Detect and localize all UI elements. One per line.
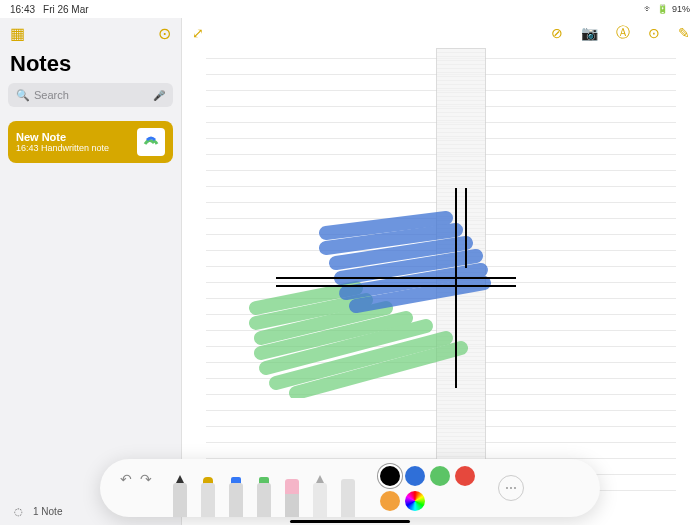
- pencil-tool[interactable]: [310, 469, 330, 517]
- fullscreen-icon[interactable]: ⤢: [192, 25, 204, 41]
- color-green[interactable]: [430, 466, 450, 486]
- compose-icon[interactable]: ✎: [678, 25, 690, 41]
- color-red[interactable]: [455, 466, 475, 486]
- search-icon: 🔍: [16, 89, 30, 102]
- mic-icon[interactable]: 🎤: [153, 90, 165, 101]
- lined-paper[interactable]: for(let i=0;i<28;i++)document.write('<di…: [206, 48, 676, 525]
- ruler-button[interactable]: [338, 469, 358, 517]
- status-bar: 16:43 Fri 26 Mar ᯤ 🔋 91%: [0, 0, 700, 18]
- more-options-icon[interactable]: ⊙: [158, 24, 171, 43]
- wifi-icon: ᯤ: [644, 4, 653, 14]
- battery-icon: 🔋: [657, 4, 668, 14]
- marker-tool[interactable]: [198, 469, 218, 517]
- svg-line-5: [276, 338, 446, 383]
- undo-button[interactable]: ↶: [120, 471, 132, 487]
- svg-line-1: [256, 300, 366, 323]
- checklist-icon[interactable]: ⊘: [551, 25, 563, 41]
- color-picker[interactable]: [405, 491, 425, 511]
- home-indicator[interactable]: [290, 520, 410, 523]
- note-list-item[interactable]: New Note 16:43 Handwritten note: [8, 121, 173, 163]
- svg-line-7: [326, 218, 446, 233]
- notes-sidebar: ▦ ⊙ Notes 🔍 Search 🎤 New Note 16:43 Hand…: [0, 18, 182, 525]
- ruler-tool[interactable]: [436, 48, 486, 478]
- color-swatches: [380, 459, 490, 517]
- canvas-toolbar: ⤢ ⊘ 📷 Ⓐ ⊙ ✎: [182, 18, 700, 48]
- view-toggle-icon[interactable]: ▦: [10, 24, 25, 43]
- eraser-tool[interactable]: [282, 469, 302, 517]
- highlighter-green-tool[interactable]: [254, 469, 274, 517]
- share-icon[interactable]: ⊙: [648, 25, 660, 41]
- highlighter-blue-tool[interactable]: [226, 469, 246, 517]
- status-date: Fri 26 Mar: [43, 4, 89, 15]
- color-black[interactable]: [380, 466, 400, 486]
- status-time: 16:43: [10, 4, 35, 15]
- pen-tool[interactable]: [170, 469, 190, 517]
- svg-line-2: [261, 308, 386, 338]
- note-canvas-area: ⤢ ⊘ 📷 Ⓐ ⊙ ✎ for(let i=0;i<28;i++)documen…: [182, 18, 700, 525]
- color-orange[interactable]: [380, 491, 400, 511]
- redo-button[interactable]: ↷: [140, 471, 152, 487]
- note-title: New Note: [16, 131, 137, 143]
- more-tools-button[interactable]: ⋯: [498, 475, 524, 501]
- note-subtitle: 16:43 Handwritten note: [16, 143, 137, 153]
- sidebar-title: Notes: [0, 49, 181, 83]
- camera-icon[interactable]: 📷: [581, 25, 598, 41]
- tool-palette[interactable]: ↶ ↷ ⋯: [100, 459, 600, 517]
- search-input[interactable]: 🔍 Search 🎤: [8, 83, 173, 107]
- svg-line-3: [261, 318, 406, 353]
- color-blue[interactable]: [405, 466, 425, 486]
- search-placeholder: Search: [34, 89, 153, 101]
- battery-percent: 91%: [672, 4, 690, 14]
- markup-icon[interactable]: Ⓐ: [616, 24, 630, 42]
- sync-icon: ◌: [14, 506, 23, 517]
- note-count: 1 Note: [33, 506, 62, 517]
- note-thumbnail: [137, 128, 165, 156]
